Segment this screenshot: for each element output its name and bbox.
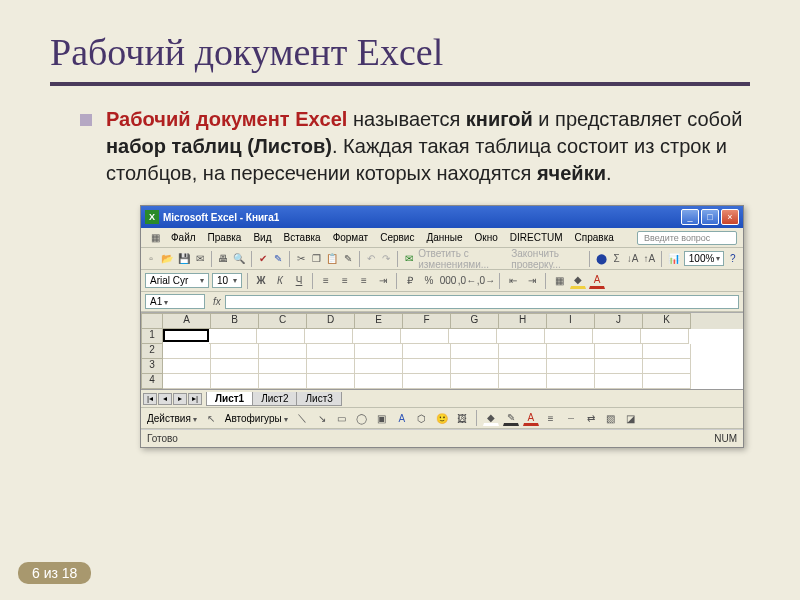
cell[interactable] (643, 344, 691, 359)
textbox-icon[interactable]: ▣ (374, 410, 390, 426)
align-right-icon[interactable]: ≡ (356, 273, 372, 289)
increase-indent-icon[interactable]: ⇥ (524, 273, 540, 289)
align-center-icon[interactable]: ≡ (337, 273, 353, 289)
merge-center-icon[interactable]: ⇥ (375, 273, 391, 289)
dash-style-icon[interactable]: ┄ (563, 410, 579, 426)
col-header[interactable]: H (499, 313, 547, 329)
sort-desc-icon[interactable]: ↑A (642, 251, 656, 267)
cell[interactable] (499, 344, 547, 359)
cell[interactable] (545, 329, 593, 344)
cell[interactable] (259, 374, 307, 389)
menu-help[interactable]: Справка (571, 232, 618, 243)
zoom-select[interactable]: 100% (684, 251, 724, 266)
print-icon[interactable]: 🖶 (217, 251, 229, 267)
cell[interactable] (211, 344, 259, 359)
cell[interactable] (595, 359, 643, 374)
menu-directum[interactable]: DIRECTUM (506, 232, 567, 243)
cell[interactable] (305, 329, 353, 344)
cell[interactable] (163, 344, 211, 359)
copy-icon[interactable]: ❐ (310, 251, 322, 267)
redo-icon[interactable]: ↷ (380, 251, 392, 267)
cell[interactable] (403, 344, 451, 359)
close-button[interactable]: × (721, 209, 739, 225)
cell[interactable] (449, 329, 497, 344)
menu-window[interactable]: Окно (471, 232, 502, 243)
row-header[interactable]: 4 (141, 374, 163, 389)
col-header[interactable]: B (211, 313, 259, 329)
col-header[interactable]: J (595, 313, 643, 329)
cell[interactable] (497, 329, 545, 344)
formatpainter-icon[interactable]: ✎ (342, 251, 354, 267)
cell[interactable] (547, 359, 595, 374)
cell[interactable] (451, 374, 499, 389)
save-icon[interactable]: 💾 (177, 251, 191, 267)
oval-icon[interactable]: ◯ (354, 410, 370, 426)
tab-last-icon[interactable]: ▸| (188, 393, 202, 405)
cell[interactable] (499, 374, 547, 389)
currency-icon[interactable]: ₽ (402, 273, 418, 289)
cell[interactable] (353, 329, 401, 344)
align-left-icon[interactable]: ≡ (318, 273, 334, 289)
help-question-input[interactable]: Введите вопрос (637, 231, 737, 245)
spellcheck-icon[interactable]: ✔ (257, 251, 269, 267)
col-header[interactable]: A (163, 313, 211, 329)
name-box[interactable]: A1 (145, 294, 205, 309)
comma-icon[interactable]: 000 (440, 273, 456, 289)
percent-icon[interactable]: % (421, 273, 437, 289)
underline-button[interactable]: Ч (291, 273, 307, 289)
bold-button[interactable]: Ж (253, 273, 269, 289)
fx-icon[interactable]: fx (213, 296, 221, 307)
draw-actions-menu[interactable]: Действия (145, 413, 199, 424)
cell[interactable] (307, 374, 355, 389)
new-icon[interactable]: ▫ (145, 251, 157, 267)
wordart-icon[interactable]: A (394, 410, 410, 426)
worksheet-grid[interactable]: A B C D E F G H I J K 1 2 3 4 (141, 312, 743, 389)
research-icon[interactable]: ✎ (272, 251, 284, 267)
arrow-icon[interactable]: ↘ (314, 410, 330, 426)
col-header[interactable]: G (451, 313, 499, 329)
3d-icon[interactable]: ◪ (623, 410, 639, 426)
cell[interactable] (307, 359, 355, 374)
menu-format[interactable]: Формат (329, 232, 373, 243)
sheet-tab-3[interactable]: Лист3 (296, 392, 341, 406)
cell[interactable] (451, 344, 499, 359)
chart-icon[interactable]: 📊 (667, 251, 681, 267)
sheet-tab-2[interactable]: Лист2 (252, 392, 297, 406)
menu-file[interactable]: Файл (167, 232, 200, 243)
tab-prev-icon[interactable]: ◂ (158, 393, 172, 405)
minimize-button[interactable]: _ (681, 209, 699, 225)
maximize-button[interactable]: □ (701, 209, 719, 225)
diagram-icon[interactable]: ⬡ (414, 410, 430, 426)
help-icon[interactable]: ? (727, 251, 739, 267)
cell[interactable] (259, 344, 307, 359)
menu-data[interactable]: Данные (422, 232, 466, 243)
clipart-icon[interactable]: 🙂 (434, 410, 450, 426)
fontsize-select[interactable]: 10 (212, 273, 242, 288)
cell[interactable] (403, 374, 451, 389)
cell[interactable] (643, 374, 691, 389)
line-icon[interactable]: ＼ (294, 410, 310, 426)
cell[interactable] (163, 359, 211, 374)
autoshapes-menu[interactable]: Автофигуры (223, 413, 290, 424)
cell[interactable] (307, 344, 355, 359)
cell[interactable] (595, 374, 643, 389)
cell[interactable] (163, 374, 211, 389)
col-header[interactable]: F (403, 313, 451, 329)
autosum-icon[interactable]: Σ (611, 251, 623, 267)
cell[interactable] (547, 344, 595, 359)
rectangle-icon[interactable]: ▭ (334, 410, 350, 426)
cell[interactable] (355, 344, 403, 359)
cell[interactable] (259, 359, 307, 374)
open-icon[interactable]: 📂 (160, 251, 174, 267)
row-header[interactable]: 2 (141, 344, 163, 359)
cell[interactable] (547, 374, 595, 389)
menu-tools[interactable]: Сервис (376, 232, 418, 243)
menu-view[interactable]: Вид (249, 232, 275, 243)
cell[interactable] (641, 329, 689, 344)
sort-asc-icon[interactable]: ↓A (626, 251, 640, 267)
font-color-icon[interactable]: A (589, 273, 605, 289)
row-header[interactable]: 3 (141, 359, 163, 374)
col-header[interactable]: K (643, 313, 691, 329)
select-objects-icon[interactable]: ↖ (203, 410, 219, 426)
cell[interactable] (643, 359, 691, 374)
